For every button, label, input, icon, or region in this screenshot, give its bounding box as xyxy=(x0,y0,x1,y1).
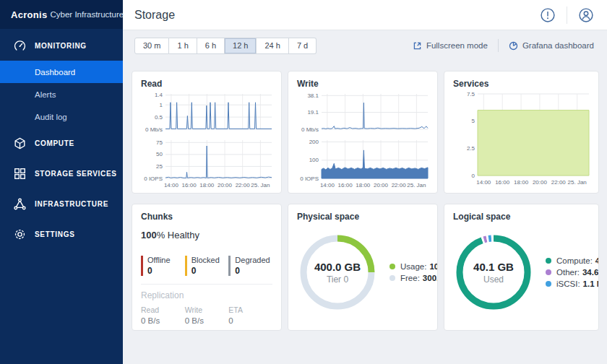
range-button-30m[interactable]: 30 m xyxy=(134,38,169,54)
svg-text:50: 50 xyxy=(156,151,163,157)
stat-blocked: Blocked 0 xyxy=(185,256,229,276)
range-button-1h[interactable]: 1 h xyxy=(169,38,197,54)
physical-donut-chart[interactable]: 400.0 GB Tier 0 xyxy=(297,232,378,313)
svg-text:2.5: 2.5 xyxy=(467,145,475,152)
write-iops-chart[interactable]: 2001000 IOPS14:0016:0018:0020:0022:0025.… xyxy=(297,136,429,191)
page-header: Storage xyxy=(123,0,607,30)
grafana-dashboard-link[interactable]: Grafana dashboard xyxy=(509,41,594,51)
svg-text:14:00: 14:00 xyxy=(476,179,491,186)
toolbar-right: Fullscreen mode Grafana dashboard xyxy=(413,39,594,52)
range-button-24h[interactable]: 24 h xyxy=(257,38,288,54)
svg-text:0.5: 0.5 xyxy=(155,114,163,121)
compute-dot xyxy=(546,258,551,264)
sidebar-item-alerts[interactable]: Alerts xyxy=(0,83,123,105)
svg-text:38.1: 38.1 xyxy=(307,92,319,99)
grid-icon xyxy=(12,166,27,181)
alert-icon[interactable] xyxy=(540,7,556,23)
svg-text:0 Mb/s: 0 Mb/s xyxy=(145,126,163,133)
replication-title: Replication xyxy=(141,290,272,300)
write-mbps-chart[interactable]: 38.119.10 Mb/s xyxy=(297,90,429,135)
sidebar: Acronis Cyber Infrastructure MONITORING … xyxy=(0,0,123,364)
fullscreen-label: Fullscreen mode xyxy=(426,41,488,50)
sidebar-item-infrastructure[interactable]: INFRASTRUCTURE xyxy=(0,188,123,219)
svg-text:0 IOPS: 0 IOPS xyxy=(300,176,319,182)
svg-text:100: 100 xyxy=(309,157,319,163)
write-card: Write 38.119.10 Mb/s 2001000 IOPS14:0016… xyxy=(288,71,438,194)
card-title: Services xyxy=(453,79,590,89)
sidebar-item-label: STORAGE SERVICES xyxy=(35,170,117,178)
free-dot xyxy=(389,275,395,281)
sidebar-nav: MONITORING Dashboard Alerts Audit log CO… xyxy=(0,30,123,249)
svg-text:25. Jan: 25. Jan xyxy=(407,182,426,188)
sidebar-item-audit-log[interactable]: Audit log xyxy=(0,105,123,128)
services-chart[interactable]: 7.552.5014:0016:0018:0020:0022:0025. Jan xyxy=(453,90,590,188)
page-title: Storage xyxy=(134,9,540,22)
svg-text:1.4: 1.4 xyxy=(155,92,163,98)
legend-free: Free:300.0 GB xyxy=(389,274,438,282)
svg-text:16:00: 16:00 xyxy=(338,182,353,188)
svg-text:14:00: 14:00 xyxy=(320,182,335,188)
app-logo: Acronis Cyber Infrastructure xyxy=(0,0,123,29)
legend-iscsi: iSCSI:1.1 MB xyxy=(546,280,599,288)
usage-dot xyxy=(389,264,395,269)
card-title: Logical space xyxy=(453,212,590,222)
chunks-card: Chunks 100% Healthy Offline 0 Blocked 0 … xyxy=(132,204,282,331)
dashboard-grid: Read 1.410.50 Mb/s 7550250 IOPS14:0016:0… xyxy=(123,61,607,331)
grafana-pie-icon xyxy=(509,41,518,51)
divider xyxy=(141,284,272,285)
donut-center: 40.1 GB Used xyxy=(453,232,534,313)
account-icon[interactable] xyxy=(578,7,594,23)
replication-eta: ETA 0 xyxy=(228,306,272,325)
range-button-7d[interactable]: 7 d xyxy=(289,38,317,54)
svg-text:75: 75 xyxy=(156,139,163,146)
sidebar-item-dashboard[interactable]: Dashboard xyxy=(0,61,123,83)
svg-text:18:00: 18:00 xyxy=(199,182,215,188)
network-icon xyxy=(12,196,27,211)
physical-legend: Usage:100.0 GB Free:300.0 GB xyxy=(389,259,438,285)
svg-text:18:00: 18:00 xyxy=(514,179,529,186)
legend-other: Other:34.6 MB xyxy=(546,268,599,277)
sidebar-item-label: SETTINGS xyxy=(35,230,75,238)
grafana-label: Grafana dashboard xyxy=(522,41,594,50)
svg-text:20:00: 20:00 xyxy=(218,182,233,188)
brand-suffix: Cyber Infrastructure xyxy=(51,10,124,19)
svg-text:16:00: 16:00 xyxy=(182,182,197,188)
sidebar-item-settings[interactable]: SETTINGS xyxy=(0,219,123,249)
logical-donut-chart[interactable]: 40.1 GB Used xyxy=(453,232,534,313)
sidebar-item-compute[interactable]: COMPUTE xyxy=(0,128,123,158)
read-card: Read 1.410.50 Mb/s 7550250 IOPS14:0016:0… xyxy=(132,71,282,194)
svg-text:0: 0 xyxy=(472,173,475,179)
fullscreen-mode-link[interactable]: Fullscreen mode xyxy=(413,41,488,51)
services-card: Services 7.552.5014:0016:0018:0020:0022:… xyxy=(444,71,599,194)
replication-stats: Read 0 B/s Write 0 B/s ETA 0 xyxy=(141,306,272,325)
svg-text:22:00: 22:00 xyxy=(551,179,567,186)
range-button-12h[interactable]: 12 h xyxy=(225,38,257,54)
legend-usage: Usage:100.0 GB xyxy=(389,262,438,271)
svg-text:25. Jan: 25. Jan xyxy=(251,182,270,188)
svg-text:16:00: 16:00 xyxy=(495,179,510,186)
sidebar-item-storage-services[interactable]: STORAGE SERVICES xyxy=(0,158,123,188)
svg-text:200: 200 xyxy=(309,139,319,145)
svg-text:20:00: 20:00 xyxy=(533,179,548,186)
brand-name: Acronis xyxy=(11,9,48,20)
read-mbps-chart[interactable]: 1.410.50 Mb/s xyxy=(141,90,272,135)
toolbar-divider xyxy=(498,39,499,52)
gauge-icon xyxy=(12,38,27,53)
card-title: Chunks xyxy=(141,212,272,222)
svg-text:25: 25 xyxy=(156,163,163,170)
svg-text:1: 1 xyxy=(160,102,163,108)
sidebar-item-monitoring[interactable]: MONITORING xyxy=(0,30,123,61)
range-button-6h[interactable]: 6 h xyxy=(197,38,225,54)
svg-text:19.1: 19.1 xyxy=(307,109,319,116)
logical-space-card: Logical space 40.1 GB Used Compute:40.1 … xyxy=(444,204,599,331)
fullscreen-icon xyxy=(413,41,422,51)
replication-write: Write 0 B/s xyxy=(185,306,229,325)
card-title: Physical space xyxy=(297,212,429,222)
chunk-stats: Offline 0 Blocked 0 Degraded 0 xyxy=(141,256,272,276)
svg-text:22:00: 22:00 xyxy=(236,182,251,188)
time-range-selector: 30 m 1 h 6 h 12 h 24 h 7 d xyxy=(134,38,317,54)
svg-text:20:00: 20:00 xyxy=(374,182,389,188)
read-iops-chart[interactable]: 7550250 IOPS14:0016:0018:0020:0022:0025.… xyxy=(141,136,272,191)
donut-center: 400.0 GB Tier 0 xyxy=(297,232,378,313)
svg-text:0 Mb/s: 0 Mb/s xyxy=(301,126,319,133)
